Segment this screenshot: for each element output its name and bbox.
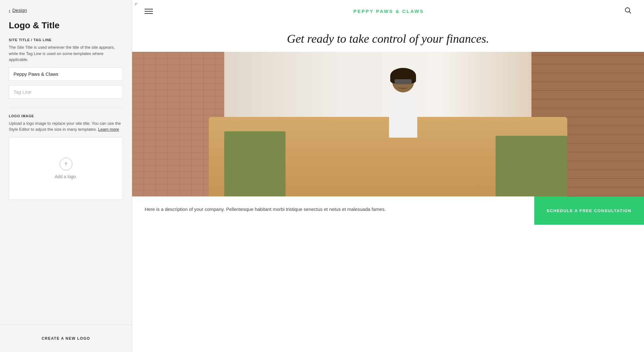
upload-label: Add a logo. [55, 174, 77, 179]
divider [9, 107, 123, 108]
person-figure [378, 70, 428, 146]
panel-content: SITE TITLE / TAG LINE The Site Title is … [0, 38, 132, 325]
hero-heading: Get ready to take control of your financ… [145, 32, 631, 46]
office-scene [132, 52, 644, 196]
site-title-label: SITE TITLE / TAG LINE [9, 38, 123, 42]
logo-image-section: LOGO IMAGE Upload a logo image to replac… [9, 114, 123, 200]
panel-title: Logo & Title [0, 18, 132, 38]
back-link-label: Design [12, 8, 27, 13]
hero-text-area: Get ready to take control of your financ… [132, 22, 644, 52]
create-new-logo-button[interactable]: CREATE A NEW LOGO [9, 331, 123, 346]
company-description: Here is a description of your company. P… [132, 196, 534, 225]
person-smile [398, 86, 408, 89]
search-icon[interactable] [625, 7, 631, 15]
site-title-input[interactable] [9, 67, 123, 81]
tag-line-input[interactable] [9, 85, 123, 99]
back-to-design-link[interactable]: ‹ Design [0, 0, 132, 18]
chair-right [496, 136, 567, 196]
site-title-section: SITE TITLE / TAG LINE The Site Title is … [9, 38, 123, 103]
site-header: PEPPY PAWS & CLAWS [132, 0, 644, 22]
hero-image [132, 52, 644, 196]
schedule-consultation-button[interactable]: SCHEDULE A FREE CONSULTATION [534, 196, 644, 225]
logo-upload-area[interactable]: Add a logo. [9, 137, 123, 200]
logo-image-description: Upload a logo image to replace your site… [9, 120, 123, 133]
back-chevron-icon: ‹ [9, 8, 10, 13]
resize-handle[interactable] [132, 0, 140, 8]
upload-icon [60, 158, 72, 170]
person-head [392, 70, 414, 92]
hamburger-menu-icon[interactable] [145, 9, 153, 14]
logo-image-label: LOGO IMAGE [9, 114, 123, 118]
site-title-nav: PEPPY PAWS & CLAWS [353, 8, 424, 14]
person-body [389, 94, 417, 138]
settings-panel: ‹ Design Logo & Title SITE TITLE / TAG L… [0, 0, 132, 352]
learn-more-link[interactable]: Learn more [98, 127, 119, 132]
panel-footer: CREATE A NEW LOGO [0, 325, 132, 352]
site-title-description: The Site Title is used wherever the titl… [9, 44, 123, 63]
svg-line-2 [629, 12, 631, 14]
bottom-section: Here is a description of your company. P… [132, 196, 644, 225]
website-preview: PEPPY PAWS & CLAWS Get ready to take con… [132, 0, 644, 352]
person-glasses [395, 79, 412, 84]
chair-left [224, 131, 286, 196]
